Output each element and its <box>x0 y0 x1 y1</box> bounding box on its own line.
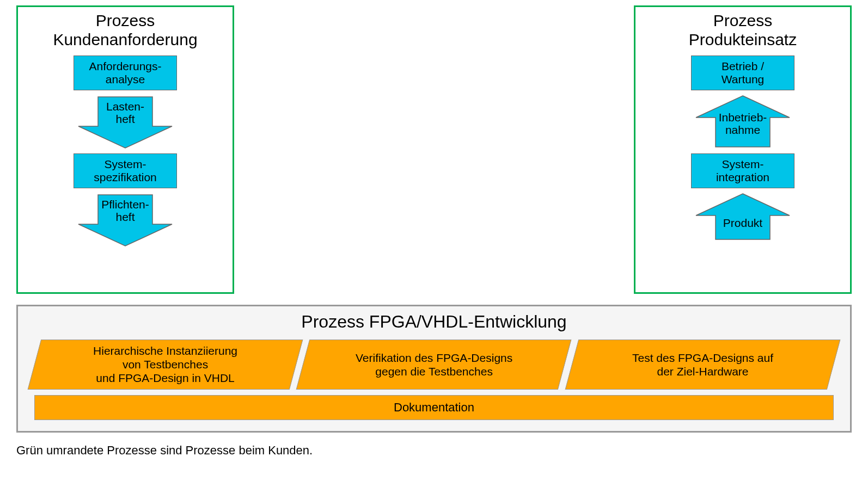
step-operation-maintenance: Betrieb /Wartung <box>691 56 794 90</box>
dev-documentation: Dokumentation <box>34 395 834 420</box>
dev-steps-row: Hierarchische Instanziierungvon Testbenc… <box>34 340 834 390</box>
dev-step-label: Test des FPGA-Designs aufder Ziel-Hardwa… <box>627 351 779 378</box>
arrow-label-pflichtenheft: Pflichten-heft <box>101 198 149 223</box>
arrow-label-product: Produkt <box>723 217 762 229</box>
dev-title: Prozess FPGA/VHDL-Entwicklung <box>34 312 834 332</box>
step-requirements-analysis: Anforderungs-analyse <box>74 56 177 90</box>
dev-step-label: Verifikation des FPGA-Designsgegen die T… <box>350 351 518 378</box>
dev-step-verification: Verifikation des FPGA-Designsgegen die T… <box>296 340 572 390</box>
top-row: ProzessKundenanforderung Anforderungs-an… <box>16 5 852 294</box>
arrow-product: Produkt <box>694 193 792 242</box>
right-title: ProzessProdukteinsatz <box>689 11 797 49</box>
arrow-label-commissioning: Inbetrieb-nahme <box>719 111 767 136</box>
dev-step-label: Hierarchische Instanziierungvon Testbenc… <box>88 344 243 385</box>
arrow-lastenheft: Lasten-heft <box>76 95 174 149</box>
arrow-pflichtenheft: Pflichten-heft <box>76 193 174 247</box>
arrow-commissioning: Inbetrieb-nahme <box>694 95 792 149</box>
footnote: Grün umrandete Prozesse sind Prozesse be… <box>16 443 852 458</box>
step-system-integration: System-integration <box>691 153 794 188</box>
arrow-label-lastenheft: Lasten-heft <box>106 100 144 125</box>
left-title: ProzessKundenanforderung <box>53 11 197 49</box>
step-system-spec: System-spezifikation <box>74 153 177 188</box>
process-customer-requirements: ProzessKundenanforderung Anforderungs-an… <box>16 5 234 294</box>
process-fpga-vhdl-development: Prozess FPGA/VHDL-Entwicklung Hierarchis… <box>16 305 852 433</box>
process-product-deployment: ProzessProdukteinsatz Betrieb /Wartung I… <box>634 5 852 294</box>
dev-step-instantiation: Hierarchische Instanziierungvon Testbenc… <box>28 340 303 390</box>
dev-step-test: Test des FPGA-Designs aufder Ziel-Hardwa… <box>565 340 840 390</box>
